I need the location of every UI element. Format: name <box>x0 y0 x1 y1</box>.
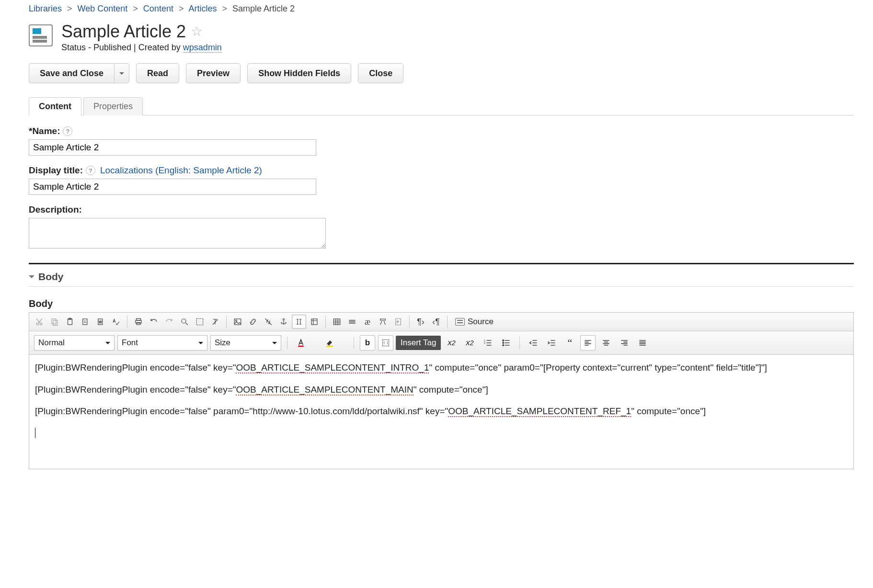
bullet-list-button[interactable] <box>498 335 514 351</box>
bg-color-dropdown[interactable] <box>340 335 348 351</box>
crumb-sep: > <box>64 4 75 13</box>
link-icon[interactable] <box>246 315 260 329</box>
align-right-button[interactable] <box>617 335 632 351</box>
tab-content[interactable]: Content <box>29 97 81 115</box>
favorite-star-icon[interactable]: ☆ <box>191 25 203 38</box>
outdent-button[interactable] <box>526 335 541 351</box>
paste-word-icon[interactable] <box>93 315 108 329</box>
tabs: Content Properties <box>29 97 854 115</box>
paste-icon[interactable] <box>63 315 77 329</box>
remove-format-icon[interactable] <box>208 315 222 329</box>
display-title-input[interactable] <box>29 179 316 195</box>
svg-rect-16 <box>311 319 317 325</box>
status-value: Published <box>93 43 131 52</box>
insert-tag-button[interactable] <box>292 315 306 329</box>
show-hidden-fields-button[interactable]: Show Hidden Fields <box>247 63 351 83</box>
size-select[interactable]: Size <box>210 335 281 351</box>
creator-link[interactable]: wpsadmin <box>183 43 222 53</box>
subscript-button[interactable]: x2 <box>444 335 459 351</box>
font-select[interactable]: Font <box>117 335 207 351</box>
source-label: Source <box>468 317 494 327</box>
insert-tag-tooltip: Insert Tag <box>396 336 441 350</box>
svg-rect-3 <box>53 320 57 326</box>
help-icon[interactable]: ? <box>86 166 95 175</box>
svg-point-11 <box>182 319 186 323</box>
body-paragraph: [Plugin:BWRenderingPlugin encode="false"… <box>35 405 848 418</box>
unlink-icon[interactable] <box>261 315 276 329</box>
subscript-2: 2 <box>452 339 456 347</box>
cut-icon[interactable] <box>32 315 46 329</box>
image-icon[interactable] <box>230 315 245 329</box>
crumb-articles[interactable]: Articles <box>188 4 217 13</box>
print-icon[interactable] <box>131 315 146 329</box>
undo-icon[interactable] <box>147 315 161 329</box>
crumb-libraries[interactable]: Libraries <box>29 4 62 13</box>
superscript-button[interactable]: x2 <box>462 335 477 351</box>
crumb-webcontent[interactable]: Web Content <box>78 4 128 13</box>
body-label: Body <box>29 298 854 309</box>
table-icon[interactable] <box>330 315 344 329</box>
anchor-icon[interactable] <box>276 315 291 329</box>
name-input[interactable] <box>29 139 316 156</box>
rtl-icon[interactable]: ‹¶ <box>429 315 443 329</box>
chevron-down-icon <box>272 342 277 347</box>
redo-icon[interactable] <box>162 315 176 329</box>
ltr-icon[interactable]: ¶› <box>414 315 428 329</box>
content-type-icon <box>29 24 53 46</box>
tab-properties[interactable]: Properties <box>83 97 143 115</box>
find-icon[interactable] <box>177 315 192 329</box>
align-center-button[interactable] <box>598 335 614 351</box>
svg-rect-21 <box>326 346 333 347</box>
page-subtitle: Status - Published | Created by wpsadmin <box>61 43 222 53</box>
toolbar-separator <box>127 316 127 328</box>
content-form: *Name: ? Display title: ? Localizations … <box>29 126 854 249</box>
source-button[interactable]: Source <box>451 315 497 328</box>
numbered-list-button[interactable]: 12 <box>480 335 495 351</box>
select-all-icon[interactable] <box>193 315 207 329</box>
svg-point-14 <box>236 320 237 321</box>
text-color-button[interactable] <box>293 335 309 351</box>
blockquote-button[interactable]: “ <box>562 335 577 351</box>
toolbar-separator <box>226 316 227 328</box>
svg-rect-20 <box>298 346 304 347</box>
align-justify-button[interactable] <box>635 335 650 351</box>
help-icon[interactable]: ? <box>63 126 72 136</box>
toolbar-separator <box>409 316 410 328</box>
section-toggle-icon[interactable] <box>29 275 34 281</box>
localizations-link[interactable]: Localizations (English: Sample Article 2… <box>100 165 262 176</box>
editor-body[interactable]: [Plugin:BWRenderingPlugin encode="false"… <box>29 355 853 469</box>
copy-icon[interactable] <box>47 315 62 329</box>
close-button[interactable]: Close <box>358 63 403 83</box>
svg-text:P: P <box>397 320 399 324</box>
paste-text-icon[interactable] <box>78 315 92 329</box>
page-break-icon[interactable]: P <box>391 315 405 329</box>
crumb-content[interactable]: Content <box>143 4 173 13</box>
save-dropdown-button[interactable] <box>115 63 129 83</box>
preview-button[interactable]: Preview <box>186 63 241 83</box>
action-toolbar: Save and Close Read Preview Show Hidden … <box>29 63 854 83</box>
description-input[interactable] <box>29 218 326 249</box>
svg-rect-22 <box>382 339 389 346</box>
spellcheck-icon[interactable] <box>109 315 123 329</box>
svg-rect-6 <box>83 319 87 325</box>
align-left-button[interactable] <box>580 335 596 351</box>
insert-element-icon[interactable] <box>307 315 322 329</box>
name-label: *Name: ? <box>29 126 72 136</box>
paragraph-format-select[interactable]: Normal <box>34 335 115 351</box>
save-and-close-button[interactable]: Save and Close <box>29 63 115 83</box>
read-button[interactable]: Read <box>136 63 179 83</box>
iframe-icon[interactable] <box>376 315 390 329</box>
horizontal-rule-icon[interactable] <box>345 315 359 329</box>
indent-button[interactable] <box>544 335 559 351</box>
insert-tag-button-2[interactable] <box>378 335 393 351</box>
bold-button[interactable]: b <box>360 335 375 351</box>
source-icon <box>455 318 465 326</box>
paragraph-format-value: Normal <box>38 338 65 348</box>
special-char-icon[interactable]: æ <box>360 315 375 329</box>
bg-color-button[interactable] <box>322 335 337 351</box>
svg-point-26 <box>503 342 504 344</box>
svg-rect-17 <box>333 319 340 325</box>
text-color-dropdown[interactable] <box>311 335 319 351</box>
body-section: Body Body <box>29 263 854 469</box>
body-key-text: OOB_ARTICLE_SAMPLECONTENT_INTRO_1 <box>236 362 429 373</box>
